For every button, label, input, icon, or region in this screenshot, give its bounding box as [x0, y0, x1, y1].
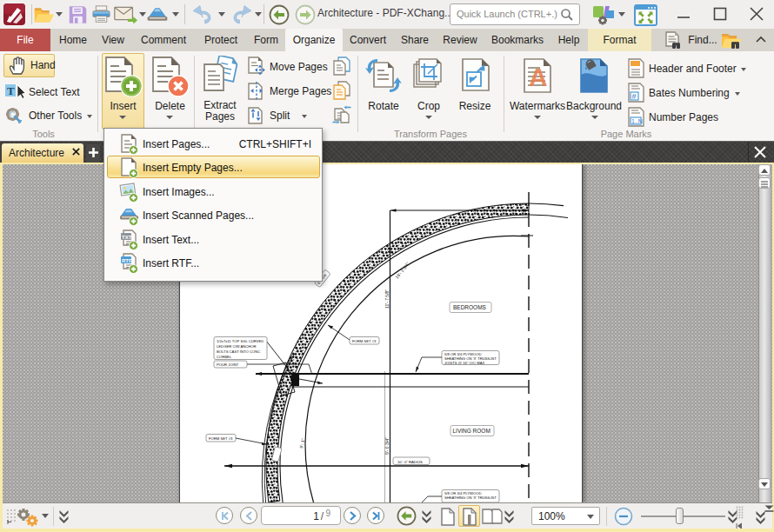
svg-text:POUR JOINT: POUR JOINT [217, 362, 239, 367]
svg-text:BOLTS CAST INTO CONC: BOLTS CAST INTO CONC [217, 349, 260, 354]
svg-text:BEDROOMS: BEDROOMS [453, 304, 487, 310]
svg-text:JOISTS @ 16" O/C MAX: JOISTS @ 16" O/C MAX [444, 361, 484, 365]
svg-text:1..N: 1..N [631, 118, 643, 124]
svg-text:A: A [529, 63, 548, 91]
svg-text:10'- 0" RADIUS: 10'- 0" RADIUS [397, 460, 423, 464]
svg-text:SHEATHING ON 'X' TRUSSJST: SHEATHING ON 'X' TRUSSJST [444, 495, 497, 500]
svg-text:LEDGER C/W ANCHOR: LEDGER C/W ANCHOR [217, 344, 257, 349]
svg-text:RTF: RTF [122, 258, 132, 263]
svg-text:11'- 7 5/8": 11'- 7 5/8" [384, 289, 390, 309]
svg-text:16'- 2 3/4": 16'- 2 3/4" [394, 261, 410, 280]
svg-text:LIVING ROOM: LIVING ROOM [453, 428, 490, 434]
svg-text:FORM SET #3: FORM SET #3 [209, 436, 233, 441]
svg-text:9'- 0 3/4": 9'- 0 3/4" [384, 437, 390, 455]
svg-text:1/2x7x11 TOP SGL CURVED: 1/2x7x11 TOP SGL CURVED [217, 339, 264, 343]
svg-text:FORM SET #3: FORM SET #3 [352, 339, 377, 343]
svg-text:#: # [632, 92, 637, 101]
svg-text:T: T [7, 84, 15, 97]
svg-text:9'- 1": 9'- 1" [298, 438, 305, 449]
svg-text:CORBEL: CORBEL [217, 355, 232, 359]
svg-text:TXT: TXT [122, 235, 132, 240]
